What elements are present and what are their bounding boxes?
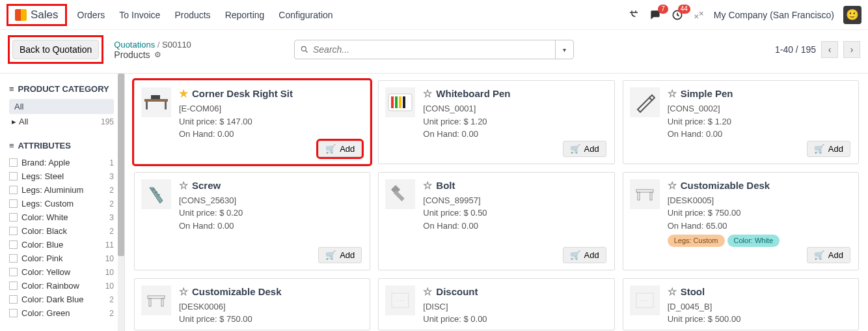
attribute-row[interactable]: Legs: Custom2 — [9, 197, 124, 210]
pager-prev[interactable]: ‹ — [821, 41, 838, 58]
product-price: Unit price: $ 1.20 — [423, 115, 606, 128]
caret-right-icon: ▸ — [12, 117, 16, 126]
attribute-row[interactable]: Color: Dark Blue2 — [9, 293, 124, 306]
cart-icon: 🛒 — [814, 144, 824, 154]
sidebar-scrollbar-thumb[interactable] — [118, 74, 124, 256]
favorite-star-icon[interactable]: ☆ — [179, 285, 188, 298]
product-card[interactable]: · · · ☆ Discount [DISC] Unit price: $ 0.… — [378, 278, 614, 330]
nav-products[interactable]: Products — [174, 10, 210, 20]
attribute-count: 3 — [109, 213, 114, 222]
attribute-label: Color: Green — [21, 308, 70, 318]
favorite-star-icon[interactable]: ☆ — [423, 285, 432, 298]
search-dropdown[interactable]: ▾ — [555, 40, 573, 59]
checkbox[interactable] — [9, 199, 18, 208]
breadcrumb-root[interactable]: Quotations — [114, 40, 155, 50]
product-name: Stool — [681, 286, 705, 297]
favorite-star-icon[interactable]: ☆ — [668, 179, 677, 192]
nav-configuration[interactable]: Configuration — [278, 10, 332, 20]
product-onhand: On Hand: 0.00 — [179, 128, 362, 141]
svg-rect-14 — [638, 192, 640, 200]
attribute-tag: Legs: Custom — [668, 235, 725, 247]
favorite-star-icon[interactable]: ☆ — [179, 179, 188, 192]
attribute-row[interactable]: Color: Yellow10 — [9, 265, 124, 279]
add-button[interactable]: 🛒Add — [807, 141, 850, 157]
breadcrumb-sub: Products — [114, 50, 150, 60]
activity-badge: 44 — [678, 5, 690, 14]
attribute-row[interactable]: Legs: Steel3 — [9, 169, 124, 183]
svg-rect-18 — [161, 298, 163, 306]
checkbox[interactable] — [9, 309, 18, 317]
add-button[interactable]: 🛒Add — [807, 247, 850, 263]
attribute-row[interactable]: Brand: Apple1 — [9, 156, 124, 169]
checkbox[interactable] — [9, 240, 18, 249]
favorite-star-icon[interactable]: ☆ — [423, 87, 432, 100]
app-name: Sales — [31, 8, 59, 22]
category-all-pill[interactable]: All — [9, 99, 114, 114]
attribute-row[interactable]: Color: Green2 — [9, 306, 124, 320]
attributes-header: ≡ ATTRIBUTES — [9, 141, 124, 151]
gear-icon[interactable]: ⚙ — [154, 50, 161, 59]
nav-to-invoice[interactable]: To Invoice — [119, 10, 160, 20]
svg-rect-10 — [403, 96, 405, 108]
add-button[interactable]: 🛒Add — [318, 141, 362, 157]
favorite-star-icon[interactable]: ☆ — [423, 179, 432, 192]
breadcrumb-leaf[interactable]: S00110 — [162, 40, 191, 50]
app-brand[interactable]: Sales — [7, 4, 67, 26]
back-to-quotation-button[interactable]: Back to Quotation — [12, 40, 99, 59]
top-nav: Sales Orders To Invoice Products Reporti… — [0, 0, 868, 30]
company-name[interactable]: My Company (San Francisco) — [714, 10, 834, 20]
user-avatar[interactable]: 🙂 — [843, 6, 861, 24]
attribute-row[interactable]: Color: Pink10 — [9, 252, 124, 265]
product-card[interactable]: ☆ Screw [CONS_25630] Unit price: $ 0.20 … — [134, 172, 370, 270]
checkbox[interactable] — [9, 158, 18, 167]
nav-orders[interactable]: Orders — [77, 10, 105, 20]
product-card[interactable]: ☆ Customizable Desk [DESK0005] Unit pric… — [623, 172, 859, 270]
product-name: Whiteboard Pen — [436, 88, 510, 99]
favorite-star-icon[interactable]: ☆ — [668, 285, 677, 298]
attribute-row[interactable]: Color: Blue11 — [9, 238, 124, 252]
search-input[interactable] — [313, 44, 550, 55]
cart-icon: 🛒 — [570, 250, 580, 260]
product-details: [DISC] Unit price: $ 0.00 — [423, 300, 606, 326]
checkbox[interactable] — [9, 227, 18, 235]
attribute-row[interactable]: Color: Black2 — [9, 224, 124, 238]
category-tree-all[interactable]: ▸All 195 — [9, 114, 124, 129]
svg-rect-12 — [394, 190, 405, 201]
product-card[interactable]: · · · ☆ Stool [D_0045_B] Unit price: $ 5… — [623, 278, 859, 330]
checkbox[interactable] — [9, 295, 18, 304]
add-button[interactable]: 🛒Add — [563, 247, 606, 263]
pager-next[interactable]: › — [843, 41, 860, 58]
product-details: [CONS_89957] Unit price: $ 0.50 On Hand:… — [423, 194, 606, 233]
svg-text:· · ·: · · · — [397, 298, 404, 304]
product-card[interactable]: ☆ Whiteboard Pen [CONS_0001] Unit price:… — [378, 80, 614, 164]
attribute-row[interactable]: Color: White3 — [9, 210, 124, 224]
attribute-label: Color: Blue — [21, 240, 63, 250]
product-card[interactable]: ☆ Simple Pen [CONS_0002] Unit price: $ 1… — [623, 80, 859, 164]
favorite-star-icon[interactable]: ★ — [179, 87, 188, 100]
product-thumbnail — [141, 87, 171, 117]
product-sku: [DISC] — [423, 300, 606, 313]
activity-icon[interactable]: 44 — [671, 8, 684, 22]
attribute-row[interactable]: Legs: Aluminium2 — [9, 183, 124, 197]
product-sku: [DESK0006] — [179, 300, 362, 313]
checkbox[interactable] — [9, 186, 18, 194]
attribute-row[interactable]: Color: Rainbow10 — [9, 279, 124, 293]
attribute-count: 11 — [105, 240, 114, 250]
checkbox[interactable] — [9, 268, 18, 276]
pager: 1-40 / 195 ‹ › — [775, 41, 860, 58]
checkbox[interactable] — [9, 281, 18, 290]
product-card[interactable]: ★ Corner Desk Right Sit [E-COM06] Unit p… — [134, 80, 370, 164]
checkbox[interactable] — [9, 254, 18, 263]
product-sku: [CONS_0001] — [423, 102, 606, 115]
nav-reporting[interactable]: Reporting — [225, 10, 265, 20]
phone-icon[interactable] — [628, 9, 640, 21]
product-card[interactable]: ☆ Customizable Desk [DESK0006] Unit pric… — [134, 278, 370, 330]
add-button[interactable]: 🛒Add — [563, 141, 606, 157]
messages-icon[interactable]: 7 — [649, 8, 662, 22]
add-button[interactable]: 🛒Add — [318, 247, 362, 263]
checkbox[interactable] — [9, 213, 18, 222]
checkbox[interactable] — [9, 172, 18, 180]
debug-icon[interactable] — [693, 9, 705, 21]
product-card[interactable]: ☆ Bolt [CONS_89957] Unit price: $ 0.50 O… — [378, 172, 614, 270]
favorite-star-icon[interactable]: ☆ — [668, 87, 677, 100]
